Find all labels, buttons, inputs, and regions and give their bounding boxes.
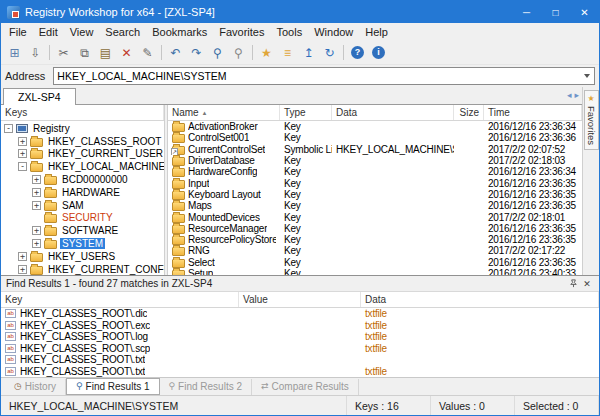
find-result-row[interactable]: abHKEY_CLASSES_ROOT\.logtxtfile [1,331,599,343]
tree-item-sam[interactable]: +SAM [1,199,164,212]
list-row-resourcemanager[interactable]: ResourceManagerKey2016/12/16 23:36:35 [168,223,582,234]
menu-favorites[interactable]: Favorites [213,25,270,39]
tree-item-hkey-current-user[interactable]: +HKEY_CURRENT_USER [1,148,164,161]
list-row-currentcontrolset[interactable]: CurrentControlSetSymbolic LinkHKEY_LOCAL… [168,144,582,155]
column-header-time[interactable]: Time [484,105,582,120]
column-header-data[interactable]: Data [332,105,454,120]
tree-item-hkey-current-config[interactable]: +HKEY_CURRENT_CONFIG [1,263,164,275]
undo-button[interactable]: ↶ [165,43,186,63]
list-row-activationbroker[interactable]: ActivationBrokerKey2016/12/16 23:36:34 [168,121,582,132]
favorites-tab[interactable]: ★ Favorites [584,90,599,150]
menu-bookmarks[interactable]: Bookmarks [146,25,213,39]
add-bookmark-icon: ★ [261,47,272,59]
find-column-value[interactable]: Value [239,292,361,307]
rename-button[interactable]: ✎ [137,43,158,63]
keys-header[interactable]: Keys [1,105,164,120]
find-button[interactable]: ⚲ [207,43,228,63]
tab-label: Find Results 1 [86,381,150,392]
tab-scroll-left-icon[interactable]: ◂ [567,90,572,100]
list-row-keyboard-layout[interactable]: Keyboard LayoutKey2016/12/16 23:36:35 [168,189,582,200]
time-cell: 2016/12/16 23:36:35 [484,177,582,188]
add-bookmark-button[interactable]: ★ [256,43,277,63]
tree-item-label: HKEY_LOCAL_MACHINE [46,161,164,172]
tree-item-hardware[interactable]: +HARDWARE [1,186,164,199]
minimize-button[interactable]: ─ [512,1,541,23]
tree-item-hkey-local-machine[interactable]: -HKEY_LOCAL_MACHINE [1,160,164,173]
expand-icon[interactable]: + [18,252,27,261]
tab-zxl-sp4[interactable]: ZXL-SP4 [3,88,76,105]
find-result-row[interactable]: abHKEY_CLASSES_ROOT\.txttxtfile [1,366,599,378]
close-button[interactable]: ✕ [570,1,599,23]
expand-icon[interactable]: + [32,188,41,197]
close-panel-button[interactable]: ✕ [580,277,594,290]
find-column-key[interactable]: Key [1,292,239,307]
expand-icon[interactable]: + [18,149,27,158]
tree-item-software[interactable]: +SOFTWARE [1,224,164,237]
list-row-setup[interactable]: SetupKey2016/12/16 23:40:33 [168,268,582,275]
tab-find-results-2[interactable]: ⚲Find Results 2 [160,379,253,395]
column-header-name[interactable]: Name ▴ [168,105,280,120]
expand-icon[interactable]: + [32,226,41,235]
redo-button[interactable]: ↷ [186,43,207,63]
menu-help[interactable]: Help [359,25,394,39]
list-row-resourcepolicystore[interactable]: ResourcePolicyStoreKey2016/12/16 23:36:3… [168,234,582,245]
tree-item-bcd00000000[interactable]: +BCD00000000 [1,173,164,186]
collapse-icon[interactable]: - [18,162,27,171]
up-one-level-button[interactable]: ↥ [298,43,319,63]
maximize-button[interactable]: □ [541,1,570,23]
expand-icon[interactable]: + [18,265,27,274]
find-result-row[interactable]: abHKEY_CLASSES_ROOT\.scptxtfile [1,343,599,355]
refresh-button[interactable]: ↻ [319,43,340,63]
list-row-maps[interactable]: MapsKey2016/12/16 23:36:35 [168,200,582,211]
keys-tree: -Registry+HKEY_CLASSES_ROOT+HKEY_CURRENT… [1,121,164,275]
tree-item-label: HKEY_CURRENT_USER [46,148,164,159]
find-column-data[interactable]: Data [361,292,599,307]
column-header-type[interactable]: Type [280,105,332,120]
find-data-cell: txtfile [361,343,599,355]
delete-button[interactable]: ✕ [116,43,137,63]
menu-window[interactable]: Window [308,25,359,39]
tree-item-registry[interactable]: -Registry [1,122,164,135]
copy-button[interactable]: ⧉ [74,43,95,63]
menu-file[interactable]: File [3,25,33,39]
tab-scroll-right-icon[interactable]: ▸ [574,90,579,100]
tree-item-hkey-classes-root[interactable]: +HKEY_CLASSES_ROOT [1,135,164,148]
menu-view[interactable]: View [64,25,100,39]
expand-icon[interactable]: + [32,239,41,248]
address-dropdown-button[interactable] [579,68,594,84]
expand-icon[interactable]: + [32,175,41,184]
about-button[interactable]: i [368,43,389,63]
export-button[interactable]: ⇩ [25,43,46,63]
tree-item-hkey-users[interactable]: +HKEY_USERS [1,250,164,263]
bookmarks-button[interactable]: ≡ [277,43,298,63]
collapse-icon[interactable]: - [4,124,13,133]
menu-search[interactable]: Search [99,25,146,39]
list-row-hardwareconfig[interactable]: HardwareConfigKey2016/12/16 23:36:34 [168,166,582,177]
connect-button[interactable]: ⊞ [4,43,25,63]
help-button[interactable]: ? [347,43,368,63]
list-row-rng[interactable]: RNGKey2017/2/2 02:17:22 [168,245,582,256]
list-row-mounteddevices[interactable]: MountedDevicesKey2017/2/2 02:18:01 [168,211,582,222]
list-row-controlset001[interactable]: ControlSet001Key2016/12/16 23:36:36 [168,132,582,143]
tab-compare-results[interactable]: ⇄Compare Results [252,379,359,395]
find-result-row[interactable]: abHKEY_CLASSES_ROOT\.txt [1,354,599,366]
list-row-select[interactable]: SelectKey2016/12/16 23:36:35 [168,257,582,268]
menu-tools[interactable]: Tools [271,25,309,39]
find-result-row[interactable]: abHKEY_CLASSES_ROOT\.exctxtfile [1,320,599,332]
cut-button[interactable]: ✂ [53,43,74,63]
find-next-button[interactable]: ⚲ [228,43,249,63]
find-result-row[interactable]: abHKEY_CLASSES_ROOT\.dictxtfile [1,308,599,320]
tab-find-results-1[interactable]: ⚲Find Results 1 [66,378,160,395]
tree-item-security[interactable]: +SECURITY [1,212,164,225]
tree-item-system[interactable]: +SYSTEM [1,237,164,250]
list-row-driverdatabase[interactable]: DriverDatabaseKey2017/2/2 02:18:03 [168,155,582,166]
list-row-input[interactable]: InputKey2016/12/16 23:36:35 [168,177,582,188]
expand-icon[interactable]: + [18,137,27,146]
tab-history[interactable]: ◷History [5,379,66,395]
paste-button[interactable]: ▤ [95,43,116,63]
column-header-size[interactable]: Size [454,105,484,120]
pin-panel-button[interactable] [566,277,580,290]
address-input[interactable] [54,68,579,84]
menu-edit[interactable]: Edit [33,25,64,39]
expand-icon[interactable]: + [32,201,41,210]
